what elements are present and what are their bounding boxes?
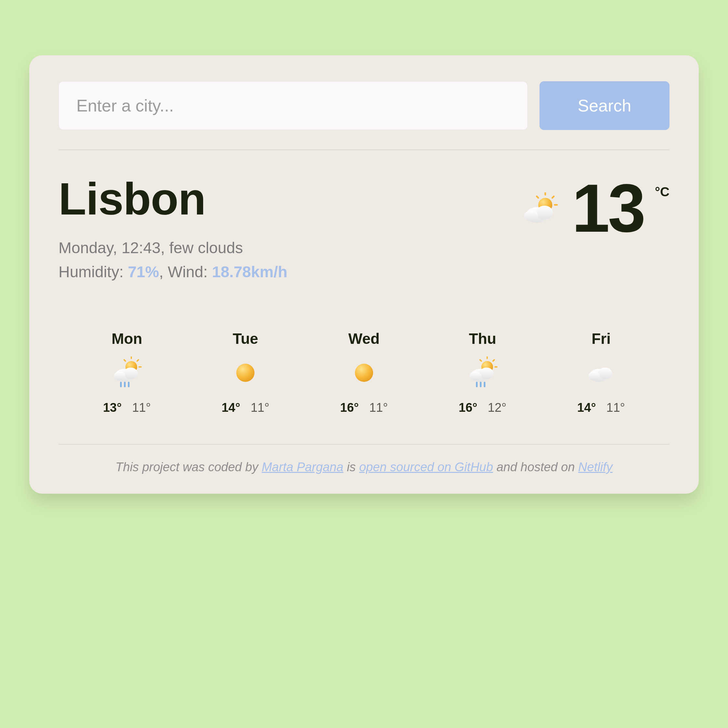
city-search-input[interactable]: [58, 81, 528, 130]
svg-line-24: [493, 360, 494, 361]
humidity-label: Humidity:: [58, 263, 124, 280]
forecast-low: 11°: [132, 401, 150, 415]
svg-line-11: [137, 360, 138, 361]
current-datetime: Monday, 12:43: [58, 239, 161, 257]
datetime-line: Monday, 12:43, few clouds: [58, 236, 287, 260]
forecast-high: 14°: [222, 401, 240, 415]
svg-point-15: [114, 372, 125, 381]
forecast-temps: 14° 11°: [542, 401, 661, 415]
current-right: 13 °C: [519, 176, 670, 237]
forecast-low: 11°: [606, 401, 625, 415]
current-weather-icon: [519, 193, 561, 231]
search-button[interactable]: Search: [540, 81, 670, 130]
forecast-day-icon: [348, 356, 380, 389]
forecast-temps: 16° 11°: [305, 401, 424, 415]
forecast-day-label: Mon: [67, 330, 186, 347]
humidity-value: 71%: [128, 263, 159, 280]
wind-value: 18.78km/h: [212, 263, 287, 280]
forecast-day: Wed 16° 11°: [305, 330, 424, 415]
divider: [58, 150, 670, 150]
current-conditions: Lisbon Monday, 12:43, few clouds Humidit…: [58, 176, 670, 284]
svg-point-34: [588, 372, 600, 381]
svg-point-33: [598, 367, 612, 379]
current-condition: few clouds: [169, 239, 243, 257]
svg-line-12: [124, 360, 125, 361]
forecast-high: 16°: [459, 401, 477, 415]
forecast-day: Thu 16° 12°: [423, 330, 542, 415]
forecast-day-icon: [229, 356, 262, 389]
svg-line-25: [480, 360, 481, 361]
weather-card: Search Lisbon Monday, 12:43, few clouds …: [29, 55, 699, 494]
forecast-low: 12°: [488, 401, 506, 415]
wind-label: Wind:: [168, 263, 208, 280]
forecast-day: Tue 14° 11°: [186, 330, 305, 415]
forecast-day-icon: [585, 356, 618, 389]
forecast-day-icon: [466, 356, 499, 389]
forecast-day-label: Thu: [423, 330, 542, 347]
svg-point-28: [470, 372, 481, 381]
temperature-unit: °C: [655, 179, 670, 199]
forecast-row: Mon 13° 11° Tue 14° 11° Wed 16° 11° Thu: [58, 330, 670, 415]
footer-text: is: [347, 460, 359, 474]
forecast-high: 13°: [103, 401, 122, 415]
svg-point-19: [236, 364, 254, 382]
footer: This project was coded by Marta Pargana …: [58, 460, 670, 474]
host-link[interactable]: Netlify: [578, 460, 613, 474]
search-row: Search: [58, 81, 670, 130]
forecast-day-label: Tue: [186, 330, 305, 347]
svg-line-4: [537, 196, 538, 198]
forecast-day-label: Fri: [542, 330, 661, 347]
svg-point-20: [355, 364, 373, 382]
svg-point-14: [124, 367, 138, 379]
forecast-low: 11°: [251, 401, 269, 415]
forecast-temps: 13° 11°: [67, 401, 186, 415]
svg-point-27: [479, 367, 494, 379]
author-link[interactable]: Marta Pargana: [262, 460, 343, 474]
forecast-day: Fri 14° 11°: [542, 330, 661, 415]
forecast-day-icon: [110, 356, 143, 389]
metrics-line: Humidity: 71%, Wind: 18.78km/h: [58, 260, 287, 284]
svg-point-7: [524, 210, 538, 221]
svg-point-6: [536, 206, 553, 220]
forecast-low: 11°: [369, 401, 388, 415]
forecast-temps: 14° 11°: [186, 401, 305, 415]
divider-bottom: [58, 444, 670, 445]
current-temperature: 13: [572, 179, 644, 237]
forecast-temps: 16° 12°: [423, 401, 542, 415]
forecast-high: 16°: [340, 401, 359, 415]
footer-text: This project was coded by: [115, 460, 262, 474]
source-link[interactable]: open sourced on GitHub: [359, 460, 493, 474]
forecast-day-label: Wed: [305, 330, 424, 347]
forecast-day: Mon 13° 11°: [67, 330, 186, 415]
city-name: Lisbon: [58, 176, 287, 222]
current-left: Lisbon Monday, 12:43, few clouds Humidit…: [58, 176, 287, 284]
svg-line-3: [552, 196, 554, 198]
footer-text: and hosted on: [497, 460, 578, 474]
forecast-high: 14°: [577, 401, 596, 415]
